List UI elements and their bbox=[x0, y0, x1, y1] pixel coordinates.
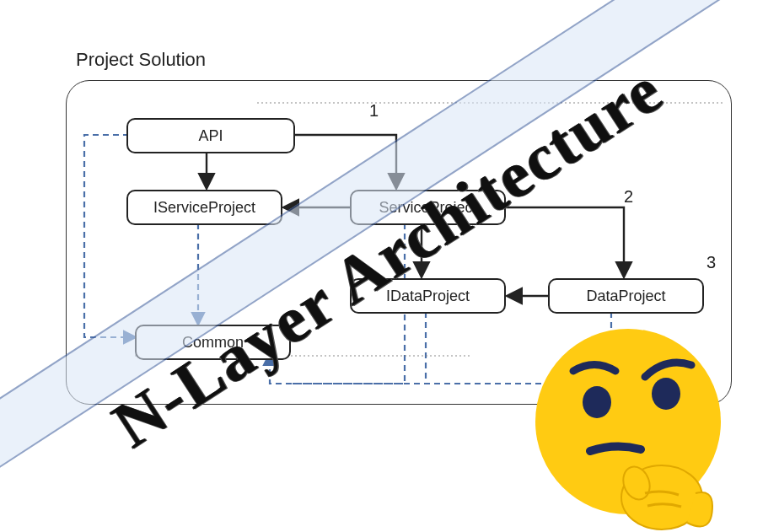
diagram-title: Project Solution bbox=[76, 49, 206, 71]
thinking-emoji-icon bbox=[523, 325, 733, 532]
box-iservice-label: IServiceProject bbox=[153, 199, 255, 217]
annotation-1: 1 bbox=[369, 101, 379, 121]
svg-point-2 bbox=[652, 378, 680, 410]
svg-point-1 bbox=[583, 386, 611, 418]
box-api-label: API bbox=[198, 127, 223, 145]
box-data-label: DataProject bbox=[586, 287, 665, 305]
box-iservice: IServiceProject bbox=[126, 190, 282, 225]
box-data: DataProject bbox=[548, 278, 704, 314]
annotation-2: 2 bbox=[624, 187, 633, 207]
box-api: API bbox=[126, 118, 295, 153]
annotation-3: 3 bbox=[706, 253, 716, 272]
